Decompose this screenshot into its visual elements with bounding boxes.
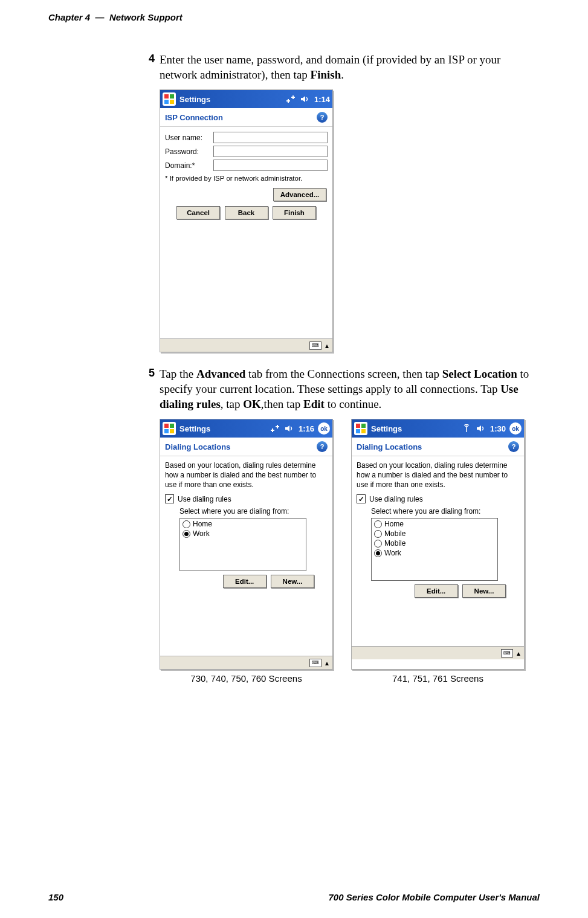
pda1-bottom-bar: ⌨ ▴ (160, 338, 332, 352)
captions: 730, 740, 750, 760 Screens 741, 751, 761… (160, 673, 540, 684)
pda3-description: Based on your location, dialing rules de… (357, 461, 519, 490)
finish-button[interactable]: Finish (273, 206, 316, 219)
start-flag-icon[interactable] (163, 422, 176, 435)
svg-rect-8 (356, 424, 360, 428)
screenshot-dialing-right: Settings 1:30 ok Dialing Locations ? Bas… (351, 419, 525, 670)
start-flag-icon[interactable] (354, 422, 367, 435)
speaker-icon[interactable] (284, 424, 295, 433)
running-header: Chapter 4 — Network Support (48, 12, 540, 22)
pda2-titlebar: Settings 1:16 ok (160, 419, 332, 438)
radio-work[interactable]: Work (183, 529, 303, 538)
sip-arrow-icon[interactable]: ▴ (517, 649, 520, 658)
pda2-where-label: Select where you are dialing from: (179, 507, 328, 516)
ok-button[interactable]: ok (318, 422, 330, 435)
page-number: 150 (48, 892, 63, 902)
keyboard-icon[interactable]: ⌨ (309, 341, 321, 350)
use-dialing-rules-checkbox[interactable]: ✓ (357, 494, 366, 503)
manual-title: 700 Series Color Mobile Computer User's … (329, 892, 540, 902)
svg-rect-5 (170, 424, 174, 428)
sip-arrow-icon[interactable]: ▴ (325, 659, 329, 667)
step-4-text: Enter the user name, password, and domai… (160, 53, 534, 82)
step-5: 5 Tap the Advanced tab from the Connecti… (139, 367, 534, 412)
pda2-app-name: Settings (179, 424, 210, 433)
cancel-button[interactable]: Cancel (176, 206, 220, 219)
step-5-text: Tap the Advanced tab from the Connection… (160, 367, 534, 412)
page-footer: 150 700 Series Color Mobile Computer Use… (48, 892, 540, 902)
domain-input[interactable] (213, 160, 328, 171)
radio-home[interactable]: Home (183, 520, 303, 528)
pda1-body: User name: Password: Domain:* * If provi… (160, 127, 332, 266)
page: Chapter 4 — Network Support 4 Enter the … (0, 0, 588, 918)
pda3-where-label: Select where you are dialing from: (371, 507, 519, 516)
screenshot-isp-connection: Settings 1:14 ISP Connection ? User name… (160, 89, 333, 352)
pda1-subheader: ISP Connection ? (160, 108, 332, 127)
use-dialing-rules-label: Use dialing rules (369, 495, 423, 503)
pda2-subheader: Dialing Locations ? (160, 438, 332, 456)
chapter-label: Chapter 4 (48, 12, 90, 22)
new-button[interactable]: New... (271, 575, 314, 588)
connectivity-icon[interactable] (270, 424, 280, 433)
back-button[interactable]: Back (225, 206, 268, 219)
svg-rect-3 (170, 100, 174, 104)
pda1-app-name: Settings (179, 95, 210, 104)
svg-rect-9 (361, 424, 366, 428)
svg-rect-10 (356, 429, 360, 433)
header-sep: — (92, 12, 109, 22)
section-title: Network Support (109, 12, 183, 22)
caption-left: 730, 740, 750, 760 Screens (160, 673, 333, 684)
password-label: Password: (165, 147, 210, 156)
advanced-button[interactable]: Advanced... (273, 188, 326, 201)
pda1-titlebar: Settings 1:14 (160, 90, 332, 108)
step-5-number: 5 (139, 367, 155, 412)
svg-rect-2 (164, 100, 169, 104)
domain-label: Domain:* (165, 161, 210, 170)
start-flag-icon[interactable] (163, 92, 176, 106)
speaker-icon[interactable] (476, 424, 486, 433)
screenshot-pair: Settings 1:16 ok Dialing Locations ? Bas… (160, 419, 540, 670)
pda1-hint: * If provided by ISP or network administ… (165, 175, 328, 182)
new-button[interactable]: New... (462, 584, 506, 598)
sip-arrow-icon[interactable]: ▴ (325, 341, 329, 350)
step-4: 4 Enter the user name, password, and dom… (139, 53, 534, 82)
svg-rect-6 (164, 429, 169, 433)
svg-rect-11 (361, 429, 366, 433)
svg-rect-0 (164, 94, 169, 99)
pda2-bottom-bar: ⌨ ▴ (160, 656, 332, 669)
radio-mobile-2[interactable]: Mobile (374, 539, 495, 548)
connectivity-icon[interactable] (285, 95, 296, 103)
radio-mobile-1[interactable]: Mobile (374, 529, 495, 538)
radio-work[interactable]: Work (374, 549, 495, 557)
pda2-location-list[interactable]: Home Work (179, 518, 306, 571)
svg-rect-4 (164, 424, 169, 428)
svg-rect-7 (170, 429, 174, 433)
pda3-subheader: Dialing Locations ? (352, 438, 524, 456)
pda3-titlebar: Settings 1:30 ok (352, 419, 524, 438)
use-dialing-rules-checkbox[interactable]: ✓ (165, 494, 174, 503)
pda3-app-name: Settings (371, 424, 402, 433)
edit-button[interactable]: Edit... (223, 575, 267, 588)
pda2-description: Based on your location, dialing rules de… (165, 461, 328, 490)
pda3-clock: 1:30 (490, 424, 506, 433)
pda1-clock: 1:14 (314, 95, 330, 104)
pda2-clock: 1:16 (299, 424, 314, 433)
caption-right: 741, 751, 761 Screens (351, 673, 525, 684)
help-icon[interactable]: ? (317, 441, 328, 452)
keyboard-icon[interactable]: ⌨ (309, 659, 321, 667)
help-icon[interactable]: ? (317, 112, 328, 123)
radio-home[interactable]: Home (374, 520, 495, 528)
speaker-icon[interactable] (300, 95, 311, 103)
username-input[interactable] (213, 132, 328, 143)
keyboard-icon[interactable]: ⌨ (501, 649, 513, 658)
ok-button[interactable]: ok (509, 422, 522, 435)
pda2-body: Based on your location, dialing rules de… (160, 456, 332, 613)
screenshot-dialing-left: Settings 1:16 ok Dialing Locations ? Bas… (160, 419, 333, 670)
pda3-location-list[interactable]: Home Mobile Mobile Work (371, 518, 498, 581)
use-dialing-rules-label: Use dialing rules (178, 495, 231, 503)
username-label: User name: (165, 134, 210, 142)
svg-rect-1 (170, 94, 174, 99)
edit-button[interactable]: Edit... (415, 584, 458, 598)
antenna-icon[interactable] (461, 424, 472, 433)
pda3-bottom-bar: ⌨ ▴ (352, 646, 524, 659)
help-icon[interactable]: ? (508, 441, 519, 452)
password-input[interactable] (213, 146, 328, 157)
